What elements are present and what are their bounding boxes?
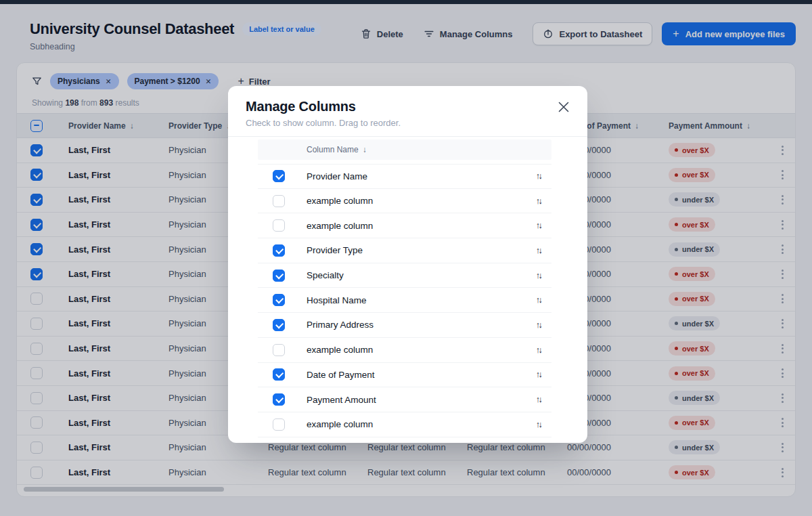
column-item-label: example column bbox=[307, 196, 527, 206]
modal-list-header[interactable]: Column Name ↓ bbox=[258, 139, 551, 160]
modal-column-item: example column ↑↓ bbox=[258, 189, 551, 214]
reorder-handle-icon[interactable]: ↑↓ bbox=[536, 420, 543, 429]
reorder-handle-icon[interactable]: ↑↓ bbox=[536, 345, 543, 355]
modal-column-item: example column ↑↓ bbox=[258, 338, 551, 363]
column-visibility-checkbox[interactable] bbox=[273, 344, 285, 356]
column-visibility-checkbox[interactable] bbox=[273, 368, 285, 381]
column-item-label: Provider Name bbox=[307, 171, 527, 181]
modal-column-item: Primary Address ↑↓ bbox=[258, 313, 551, 338]
column-item-label: Specialty bbox=[307, 270, 527, 280]
reorder-handle-icon[interactable]: ↑↓ bbox=[536, 320, 543, 330]
reorder-handle-icon[interactable]: ↑↓ bbox=[536, 171, 543, 181]
reorder-handle-icon[interactable]: ↑↓ bbox=[536, 295, 543, 305]
column-visibility-checkbox[interactable] bbox=[273, 418, 285, 431]
modal-title: Manage Columns bbox=[246, 98, 570, 114]
modal-list-items: Provider Name ↑↓ example column ↑↓ examp… bbox=[258, 164, 551, 437]
column-visibility-checkbox[interactable] bbox=[273, 270, 285, 282]
column-visibility-checkbox[interactable] bbox=[273, 244, 285, 257]
modal-column-item: Provider Type ↑↓ bbox=[258, 238, 551, 263]
reorder-handle-icon[interactable]: ↑↓ bbox=[536, 221, 543, 230]
column-visibility-checkbox[interactable] bbox=[273, 319, 285, 331]
reorder-handle-icon[interactable]: ↑↓ bbox=[536, 271, 543, 280]
close-icon bbox=[555, 98, 572, 116]
reorder-handle-icon[interactable]: ↑↓ bbox=[536, 246, 543, 255]
column-item-label: example column bbox=[307, 345, 527, 355]
modal-column-item: Specialty ↑↓ bbox=[258, 263, 551, 288]
modal-list-header-label: Column Name bbox=[307, 145, 359, 154]
column-item-label: Primary Address bbox=[307, 320, 527, 330]
column-visibility-checkbox[interactable] bbox=[273, 219, 285, 232]
modal-column-item: Date of Payment ↑↓ bbox=[258, 363, 551, 388]
column-visibility-checkbox[interactable] bbox=[273, 294, 285, 306]
reorder-handle-icon[interactable]: ↑↓ bbox=[536, 395, 543, 404]
modal-column-item: Provider Name ↑↓ bbox=[258, 164, 551, 189]
column-item-label: Hospital Name bbox=[307, 295, 527, 305]
reorder-handle-icon[interactable]: ↑↓ bbox=[536, 196, 543, 206]
modal-column-item: Hospital Name ↑↓ bbox=[258, 288, 551, 313]
column-item-label: example column bbox=[307, 221, 527, 231]
column-visibility-checkbox[interactable] bbox=[273, 195, 285, 207]
column-item-label: Date of Payment bbox=[307, 370, 527, 380]
column-item-label: Provider Type bbox=[307, 245, 527, 255]
column-visibility-checkbox[interactable] bbox=[273, 170, 285, 182]
modal-column-list: Column Name ↓ Provider Name ↑↓ example c… bbox=[258, 139, 551, 437]
modal-subtitle: Check to show column. Drag to reorder. bbox=[246, 117, 570, 129]
reorder-handle-icon[interactable]: ↑↓ bbox=[536, 370, 543, 379]
modal-close-button[interactable] bbox=[554, 97, 574, 117]
modal-column-item: example column ↑↓ bbox=[258, 213, 551, 238]
column-item-label: example column bbox=[307, 419, 527, 429]
modal-column-item: Payment Amount ↑↓ bbox=[258, 387, 551, 412]
modal-header: Manage Columns Check to show column. Dra… bbox=[228, 86, 587, 137]
sort-down-icon: ↓ bbox=[363, 145, 367, 154]
manage-columns-modal: Manage Columns Check to show column. Dra… bbox=[228, 86, 587, 443]
column-visibility-checkbox[interactable] bbox=[273, 393, 285, 406]
column-item-label: Payment Amount bbox=[307, 395, 527, 405]
modal-column-item: example column ↑↓ bbox=[258, 412, 551, 437]
